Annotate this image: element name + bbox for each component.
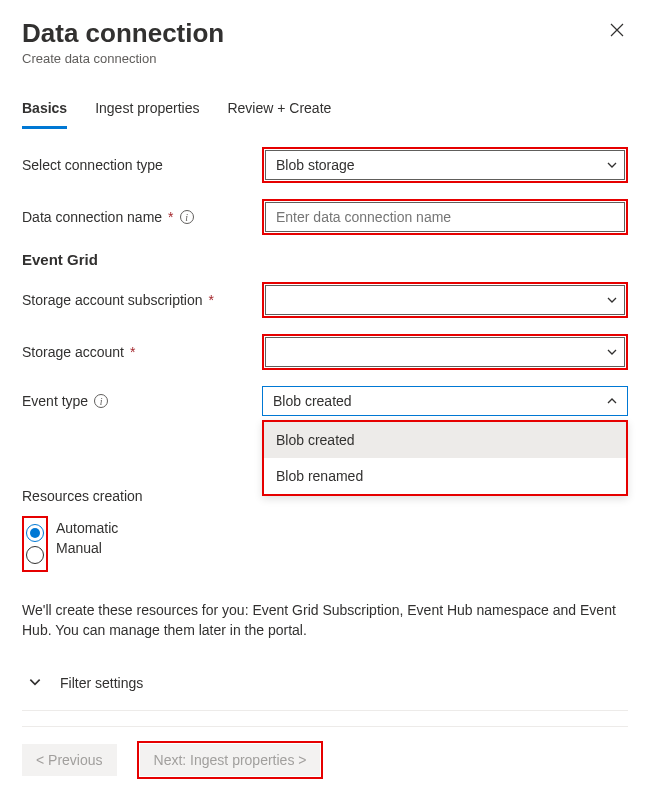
radio-automatic-label: Automatic: [56, 520, 118, 536]
storage-subscription-select[interactable]: [265, 285, 625, 315]
resources-creation-label: Resources creation: [22, 486, 252, 504]
connection-type-label: Select connection type: [22, 157, 252, 173]
radio-icon: [26, 546, 44, 564]
radio-manual[interactable]: [26, 546, 44, 564]
chevron-down-icon: [28, 675, 42, 692]
tab-ingest-properties[interactable]: Ingest properties: [95, 94, 199, 129]
info-icon[interactable]: i: [180, 210, 194, 224]
resources-creation-radios-highlight: [22, 516, 48, 572]
event-type-select[interactable]: Blob created: [262, 386, 628, 416]
storage-account-label: Storage account: [22, 344, 124, 360]
tab-basics[interactable]: Basics: [22, 94, 67, 129]
connection-type-select[interactable]: Blob storage: [265, 150, 625, 180]
storage-account-select[interactable]: [265, 337, 625, 367]
previous-button[interactable]: < Previous: [22, 744, 117, 776]
event-type-option-blob-created[interactable]: Blob created: [264, 422, 626, 458]
event-type-option-blob-renamed[interactable]: Blob renamed: [264, 458, 626, 494]
connection-type-value: Blob storage: [276, 157, 355, 173]
radio-automatic[interactable]: [26, 524, 44, 542]
data-connection-name-input[interactable]: [265, 202, 625, 232]
data-connection-name-label: Data connection name: [22, 209, 162, 225]
tab-bar: Basics Ingest properties Review + Create: [22, 94, 628, 129]
filter-settings-expander[interactable]: Filter settings: [22, 663, 628, 711]
required-asterisk: *: [168, 209, 173, 225]
next-button[interactable]: Next: Ingest properties >: [140, 744, 321, 776]
resources-help-text: We'll create these resources for you: Ev…: [22, 600, 628, 641]
radio-manual-label: Manual: [56, 540, 102, 556]
info-icon[interactable]: i: [94, 394, 108, 408]
required-asterisk: *: [209, 292, 214, 308]
event-type-value: Blob created: [273, 393, 352, 409]
radio-icon: [26, 524, 44, 542]
page-title: Data connection: [22, 18, 224, 49]
event-type-dropdown: Blob created Blob renamed: [262, 420, 628, 496]
filter-settings-label: Filter settings: [60, 675, 143, 691]
event-grid-heading: Event Grid: [22, 251, 628, 268]
event-type-label: Event type: [22, 393, 88, 409]
page-subtitle: Create data connection: [22, 51, 224, 66]
tab-review-create[interactable]: Review + Create: [227, 94, 331, 129]
required-asterisk: *: [130, 344, 135, 360]
close-icon[interactable]: [606, 18, 628, 44]
storage-subscription-label: Storage account subscription: [22, 292, 203, 308]
wizard-footer: < Previous Next: Ingest properties >: [22, 726, 628, 779]
